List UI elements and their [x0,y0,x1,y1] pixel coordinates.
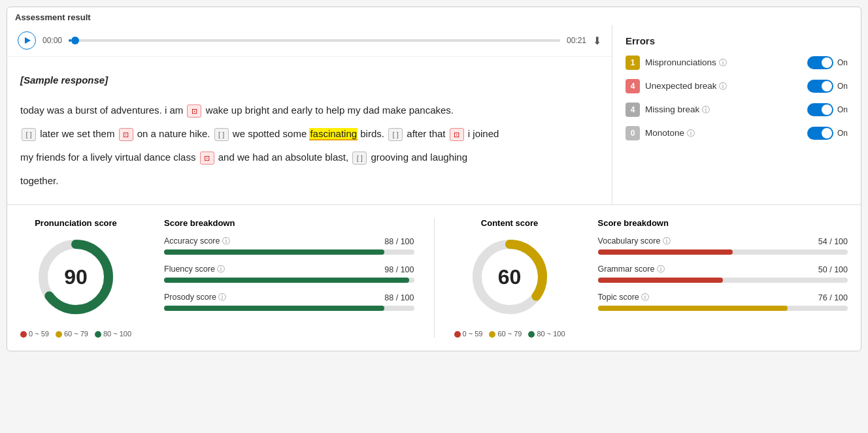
time-start: 00:00 [42,36,62,45]
play-button[interactable] [18,31,36,50]
badge-mispronunciations: 1 [626,56,640,70]
text-span-11: grooving and laughing [371,152,467,163]
dot-red-pron [20,331,27,338]
content-donut: 60 [467,234,552,319]
accuracy-bar-track [164,249,414,255]
info-topic[interactable]: ⓘ [641,293,649,302]
info-grammar[interactable]: ⓘ [657,265,665,274]
word-error-3: ⊡ [450,128,464,141]
info-accuracy[interactable]: ⓘ [222,236,230,246]
label-unexpected-break: Unexpected break ⓘ [645,81,802,92]
prosody-label: Prosody score ⓘ [164,292,226,303]
grammar-bar-fill [598,278,723,283]
legend-item-red-cont: 0 ~ 59 [454,330,483,338]
info-prosody[interactable]: ⓘ [218,293,226,302]
pronunciation-legend: 0 ~ 59 60 ~ 79 80 ~ 100 [20,330,131,338]
fluency-label: Fluency score ⓘ [164,264,225,275]
audio-progress-track[interactable] [69,39,560,42]
word-error-4: ⊡ [200,152,214,165]
info-icon-missing-break[interactable]: ⓘ [702,105,710,114]
toggle-monotone: On [807,127,848,140]
dot-green-pron [95,331,101,338]
fluency-bar-track [164,278,414,283]
vocabulary-bar-track [598,249,848,255]
page-title: Assessment result [7,7,861,25]
grammar-value: 50 / 100 [818,265,848,274]
label-mispronunciations: Mispronunciations ⓘ [645,57,802,69]
vocabulary-bar-fill [598,249,733,255]
toggle-switch-monotone[interactable] [807,127,833,140]
toggle-label-mispronunciations: On [837,58,848,67]
audio-text-panel: 00:00 00:21 ⬇ [Sample response] today wa… [7,25,612,204]
download-button[interactable]: ⬇ [593,35,601,47]
toggle-missing-break: On [807,103,848,116]
topic-value: 76 / 100 [818,293,848,302]
topic-bar-fill [598,306,788,311]
text-span-7: after that [407,128,448,139]
pronunciation-breakdown-title: Score breakdown [164,218,414,228]
bottom-section: Pronunciation score 90 0 ~ 59 60 ~ 79 80… [7,205,861,351]
accuracy-label: Accuracy score ⓘ [164,236,230,247]
word-error-1: ⊡ [187,104,201,118]
prosody-bar-track [164,306,414,311]
toggle-label-monotone: On [837,129,848,138]
word-missing-1: [ ] [22,128,36,141]
pronunciation-score-section: Pronunciation score 90 0 ~ 59 60 ~ 79 80… [20,218,131,338]
toggle-switch-unexpected-break[interactable] [807,80,833,93]
info-fluency[interactable]: ⓘ [217,265,225,274]
info-icon-mispronunciations[interactable]: ⓘ [719,58,727,67]
text-paragraph-2: [ ] later we set them ⊡ on a nature hike… [20,122,599,146]
toggle-switch-missing-break[interactable] [807,103,833,116]
pronunciation-score-title: Pronunciation score [35,218,117,228]
legend-item-green-pron: 80 ~ 100 [95,330,131,338]
word-highlight-fascinating: fascinating [309,128,358,140]
text-span-4: on a nature hike. [137,128,213,139]
grammar-row: Grammar score ⓘ 50 / 100 [598,264,848,283]
error-row-monotone: 0 Monotone ⓘ On [626,126,848,140]
fluency-row: Fluency score ⓘ 98 / 100 [164,264,414,283]
text-span-6: birds. [360,128,387,139]
text-span-1: today was a burst of adventures. i am [20,104,186,116]
dot-green-cont [528,331,535,338]
label-missing-break: Missing break ⓘ [645,104,802,116]
info-vocabulary[interactable]: ⓘ [663,236,671,246]
label-monotone: Monotone ⓘ [645,128,802,139]
grammar-label: Grammar score ⓘ [598,264,665,275]
vocabulary-row: Vocabulary score ⓘ 54 / 100 [598,236,848,255]
word-missing-2: [ ] [214,128,229,141]
vocabulary-label: Vocabulary score ⓘ [598,236,671,247]
toggle-switch-mispronunciations[interactable] [807,56,833,69]
progress-thumb [71,37,79,44]
badge-missing-break: 4 [626,103,640,117]
badge-unexpected-break: 4 [626,79,640,93]
prosody-bar-fill [164,306,384,311]
vertical-divider [434,218,435,338]
word-missing-3: [ ] [388,128,403,141]
legend-item-green-cont: 80 ~ 100 [528,330,565,338]
accuracy-row: Accuracy score ⓘ 88 / 100 [164,236,414,255]
text-content: [Sample response] today was a burst of a… [7,57,612,204]
dot-yellow-cont [489,331,495,338]
word-error-2: ⊡ [119,128,133,141]
legend-item-yellow-cont: 60 ~ 79 [489,330,522,338]
text-span-12: together. [20,175,58,186]
assessment-result-panel: Assessment result 00:00 00:21 ⬇ [Sample … [7,7,861,351]
text-span-5: we spotted some [233,128,310,139]
info-icon-monotone[interactable]: ⓘ [687,129,695,138]
grammar-bar-track [598,278,848,283]
text-span-10: and we had an absolute blast, [218,152,351,163]
text-span-3: later we set them [40,128,117,139]
dot-yellow-pron [56,331,62,338]
text-span-9: my friends for a lively virtual dance cl… [20,152,199,163]
sample-label: [Sample response] [20,69,599,92]
play-icon [25,37,31,44]
fluency-bar-fill [164,278,409,283]
pronunciation-score-number: 90 [64,265,88,289]
text-paragraph-1: today was a burst of adventures. i am ⊡ … [20,99,599,122]
word-missing-4: [ ] [352,152,367,165]
info-icon-unexpected-break[interactable]: ⓘ [719,82,727,91]
text-paragraph-4: together. [20,169,599,193]
content-score-number: 60 [498,265,522,289]
topic-row: Topic score ⓘ 76 / 100 [598,292,848,311]
content-score-section: Content score 60 0 ~ 59 60 ~ 79 80 ~ 100 [454,218,565,338]
